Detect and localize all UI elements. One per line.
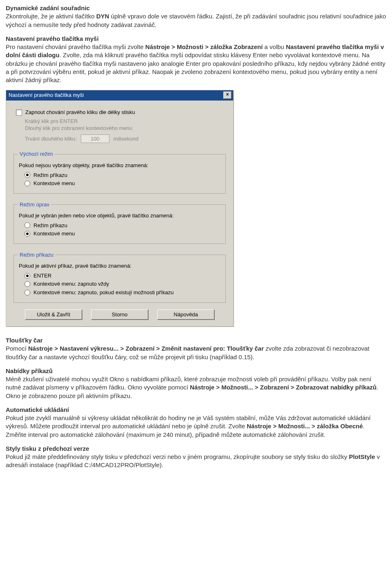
radio-row[interactable]: Kontextové menu [24,180,221,187]
text: Pro nastavení chování pravého tlačítka m… [6,43,145,50]
radio-icon [24,290,30,295]
text-bold: DYN [96,13,109,20]
radio-row[interactable]: Režim příkazu [24,172,221,179]
heading: Automatické ukládání [6,406,69,413]
group-desc: Pokud nejsou vybrány objekty, pravé tlač… [19,162,221,169]
heading: Styly tisku z předchozí verze [6,445,89,452]
section-command-menus: Nabídky příkazů Méně zkušení uživatelé m… [6,367,386,400]
text-bold: Nástroje > Možnosti... > záložka Obecné [247,423,363,430]
disabled-text: Krátký klik pro ENTER [25,118,227,125]
duration-row: Trvání dlouhého kliku: 100 milisekund [25,134,227,143]
close-icon[interactable]: × [223,92,232,99]
section-line-weights: Tloušťky čar Pomocí Nástroje > Nastavení… [6,336,386,361]
group-desc: Pokud je aktivní příkaz, pravé tlačítko … [19,262,221,270]
heading: Nastavení pravého tlačítka myši [6,35,99,42]
radio-icon [24,273,30,279]
group-default-mode: Výchozí režim Pokud nejsou vybrány objek… [13,150,226,193]
radio-row[interactable]: Kontextové menu: zapnuto, pokud existují… [24,289,221,296]
checkbox-row: Zapnout chování pravého kliku dle délky … [16,109,227,116]
text-bold: Nástroje > Možnosti... > Zobrazení > Zob… [190,384,376,391]
checkbox-enable-duration[interactable] [16,110,22,116]
dialog-body: Zapnout chování pravého kliku dle délky … [6,101,233,326]
group-legend: Režim úprav [18,201,51,208]
dialog-title: Nastavení pravého tlačítka myši [9,92,84,99]
text-bold: Nástroje > Nastavení výkresu... > Zobraz… [28,345,264,352]
dialog-titlebar: Nastavení pravého tlačítka myši × [6,90,233,101]
help-button[interactable]: Nápověda [157,309,214,320]
text-bold: Nástroje > Možnosti > záložka Zobrazení [145,43,263,50]
disabled-text: Dlouhý klik pro zobrazení kontextového m… [25,125,227,132]
radio-icon [24,281,30,287]
heading: Tloušťky čar [6,337,43,344]
heading: Nabídky příkazů [6,367,53,374]
text-bold: PlotStyle [349,453,375,460]
dialog-rmb-settings: Nastavení pravého tlačítka myši × Zapnou… [6,90,234,327]
radio-label: Režim příkazu [33,222,67,229]
save-close-button[interactable]: Uložit & Zavřít [25,309,82,320]
section-rmb-settings: Nastavení pravého tlačítka myši Pro nast… [6,35,386,85]
cancel-button[interactable]: Storno [91,309,148,320]
duration-input[interactable]: 100 [81,134,109,143]
radio-icon [24,231,30,237]
radio-label: Režim příkazu [33,172,67,179]
group-desc: Pokud je vybrán jeden nebo více objektů,… [19,212,221,219]
dialog-button-row: Uložit & Zavřít Storno Nápověda [12,309,227,320]
radio-label: Kontextové menu: zapnuto, pokud existují… [33,289,174,296]
text: Pokud již máte předdefinovány styly tisk… [6,453,349,460]
group-legend: Výchozí režim [18,150,55,158]
group-legend: Režim příkazu [18,251,55,259]
checkbox-label: Zapnout chování pravého kliku dle délky … [25,109,135,116]
radio-row[interactable]: Kontextové menu [24,230,221,237]
section-plot-styles: Styly tisku z předchozí verze Pokud již … [6,445,386,470]
radio-row[interactable]: ENTER [24,272,221,280]
group-edit-mode: Režim úprav Pokud je vybrán jeden nebo v… [13,201,226,244]
radio-icon [24,172,30,178]
duration-label: Trvání dlouhého kliku: [25,135,77,143]
text: . Zvolte, zda má kliknutí pravého tlačít… [6,51,385,83]
heading: Dynamické zadání souřadnic [6,4,90,11]
section-dynamic-coords: Dynamické zadání souřadnic Zkontrolujte,… [6,4,386,29]
radio-label: Kontextové menu: zapnuto vždy [33,280,109,288]
text: Pomocí [6,345,28,352]
radio-icon [24,181,30,186]
text: a volbu [263,43,286,50]
radio-label: Kontextové menu [33,230,75,237]
radio-row[interactable]: Režim příkazu [24,222,221,229]
group-command-mode: Režim příkazu Pokud je aktivní příkaz, p… [13,251,226,303]
radio-label: ENTER [33,272,51,280]
section-autosave: Automatické ukládání Pokud jste zvyklí m… [6,406,386,439]
radio-label: Kontextové menu [33,180,75,187]
radio-icon [24,222,30,228]
text: Zkontrolujte, že je aktivní tlačítko [6,13,96,20]
duration-unit: milisekund [114,135,138,143]
radio-row[interactable]: Kontextové menu: zapnuto vždy [24,280,221,288]
